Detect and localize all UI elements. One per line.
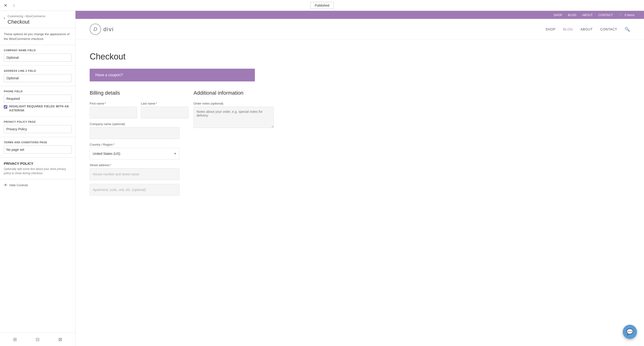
first-name-input[interactable]: [90, 107, 137, 118]
nav-blog-link[interactable]: BLOG: [563, 28, 573, 31]
highlight-required-checkbox[interactable]: [4, 105, 7, 109]
last-name-input[interactable]: [141, 107, 188, 118]
company-name-field-section: COMPANY NAME FIELD: [0, 45, 75, 66]
topbar-shop-link[interactable]: SHOP: [554, 13, 562, 17]
nav-about-link[interactable]: ABOUT: [580, 28, 593, 31]
topbar-blog-link[interactable]: BLOG: [568, 13, 576, 17]
phone-field-input[interactable]: [4, 95, 72, 103]
privacy-policy-page-section: PRIVACY POLICY PAGE: [0, 116, 75, 137]
order-notes-label: Order notes (optional): [194, 102, 274, 105]
company-name-field: Company name (optional): [90, 122, 179, 139]
address-line2-field-section: ADDRESS LINE 2 FIELD: [0, 66, 75, 86]
preview-area: SHOP BLOG ABOUT CONTACT 🛒 0 Items D divi…: [76, 11, 644, 346]
site-logo[interactable]: D divi: [90, 24, 114, 35]
nav-contact-link[interactable]: CONTACT: [600, 28, 617, 31]
terms-conditions-page-label: TERMS AND CONDITIONS PAGE: [4, 141, 72, 144]
company-name-label: Company name (optional): [90, 122, 179, 126]
logo-icon: D: [90, 24, 101, 35]
chat-icon: 💬: [626, 328, 634, 335]
logo-text: divi: [103, 26, 114, 32]
address-line2-field-input[interactable]: [4, 74, 72, 82]
sort-button[interactable]: ↕: [12, 2, 16, 8]
company-name-input[interactable]: [90, 127, 179, 139]
terms-conditions-page-section: TERMS AND CONDITIONS PAGE: [0, 137, 75, 158]
highlight-required-row: HIGHLIGHT REQUIRED FIELDS WITH AN ASTERI…: [4, 104, 72, 112]
country-label: Country / Region*: [90, 143, 179, 146]
privacy-policy-title: PRIVACY POLICY: [4, 162, 72, 166]
first-name-label: First name*: [90, 102, 137, 105]
chat-widget[interactable]: 💬: [623, 325, 637, 339]
country-select-wrapper: United States (US): [90, 148, 179, 160]
privacy-policy-page-label: PRIVACY POLICY PAGE: [4, 120, 72, 123]
company-name-field-input[interactable]: [4, 54, 72, 62]
sidebar: ‹ Customizing › WooCommerce Checkout The…: [0, 11, 76, 346]
terms-conditions-page-input[interactable]: [4, 146, 72, 154]
hide-controls-label: Hide Controls: [10, 184, 28, 187]
close-button[interactable]: ✕: [3, 2, 8, 9]
admin-bar: ✕ ↕ Published: [0, 0, 644, 11]
billing-title: Billing details: [90, 90, 179, 96]
checkout-title: Checkout: [90, 52, 344, 62]
footer-btn-1[interactable]: ⊞: [13, 336, 17, 342]
coupon-bar[interactable]: Have a coupon?: [90, 69, 255, 82]
sidebar-back-button[interactable]: ‹: [4, 16, 5, 20]
footer-btn-2[interactable]: ⊟: [36, 336, 40, 342]
cart-info: 🛒 0 Items: [618, 13, 634, 17]
street-address-label: Street address*: [90, 163, 179, 167]
cart-icon: 🛒: [618, 13, 623, 17]
checkout-content: Checkout Have a coupon? Billing details …: [76, 40, 359, 208]
footer-btn-3[interactable]: ⊠: [58, 336, 62, 342]
order-notes-field: Order notes (optional): [194, 102, 274, 128]
privacy-policy-page-input[interactable]: [4, 125, 72, 133]
street-address-input[interactable]: [90, 168, 179, 180]
sidebar-title: Checkout: [8, 19, 45, 25]
privacy-policy-description: Optionally add some text about your stor…: [4, 167, 72, 175]
sidebar-description: These options let you change the appeara…: [0, 28, 75, 45]
country-field: Country / Region* United States (US): [90, 143, 179, 160]
breadcrumb: Customizing › WooCommerce: [8, 15, 45, 18]
company-name-field-label: COMPANY NAME FIELD: [4, 49, 72, 52]
site-topbar: SHOP BLOG ABOUT CONTACT 🛒 0 Items: [76, 11, 644, 19]
site-nav: D divi SHOP BLOG ABOUT CONTACT 🔍: [76, 19, 644, 40]
checkout-grid: Billing details First name* Last name*: [90, 90, 344, 196]
additional-title: Additional information: [194, 90, 274, 96]
published-button[interactable]: Published: [310, 2, 334, 9]
nav-shop-link[interactable]: SHOP: [546, 28, 556, 31]
topbar-contact-link[interactable]: CONTACT: [598, 13, 613, 17]
search-button[interactable]: 🔍: [625, 27, 630, 32]
phone-field-section: PHONE FIELD HIGHLIGHT REQUIRED FIELDS WI…: [0, 86, 75, 116]
name-row: First name* Last name*: [90, 102, 179, 118]
phone-field-label: PHONE FIELD: [4, 90, 72, 93]
sidebar-header: ‹ Customizing › WooCommerce Checkout: [0, 11, 75, 28]
apt-placeholder[interactable]: Apartment, suite, unit, etc. (optional): [90, 184, 179, 196]
country-select[interactable]: United States (US): [90, 148, 179, 160]
cart-label: 0 Items: [624, 13, 634, 17]
privacy-policy-section: PRIVACY POLICY Optionally add some text …: [0, 158, 75, 179]
hide-controls-row[interactable]: 👁 Hide Controls: [0, 179, 75, 191]
sidebar-footer: ⊞ ⊟ ⊠: [0, 332, 75, 346]
street-address-field: Street address*: [90, 163, 179, 180]
site-nav-links: SHOP BLOG ABOUT CONTACT 🔍: [546, 27, 630, 32]
highlight-required-label: HIGHLIGHT REQUIRED FIELDS WITH AN ASTERI…: [9, 104, 72, 112]
billing-section: Billing details First name* Last name*: [90, 90, 179, 196]
apt-field: Apartment, suite, unit, etc. (optional): [90, 184, 179, 196]
additional-section: Additional information Order notes (opti…: [194, 90, 274, 196]
topbar-about-link[interactable]: ABOUT: [582, 13, 593, 17]
last-name-label: Last name*: [141, 102, 188, 105]
main-layout: ‹ Customizing › WooCommerce Checkout The…: [0, 11, 644, 346]
hide-controls-icon: 👁: [4, 183, 8, 188]
address-line2-field-label: ADDRESS LINE 2 FIELD: [4, 70, 72, 72]
last-name-field: Last name*: [141, 102, 188, 118]
order-notes-input[interactable]: [194, 107, 274, 128]
first-name-field: First name*: [90, 102, 137, 118]
